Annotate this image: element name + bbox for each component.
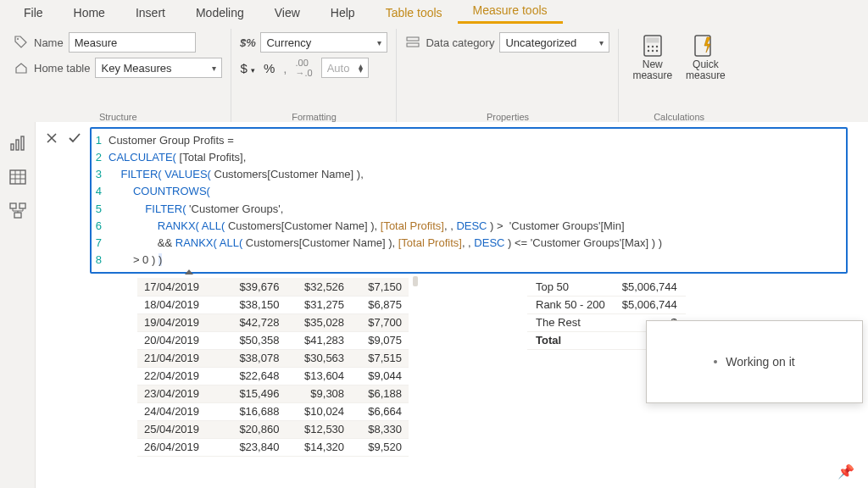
svg-rect-22 <box>14 213 21 218</box>
home-table-select[interactable]: Key Measures ▾ <box>95 58 222 78</box>
quick-measure-button[interactable]: Quick measure <box>681 32 731 110</box>
menu-tab-insert[interactable]: Insert <box>120 2 181 24</box>
svg-point-6 <box>652 46 654 47</box>
svg-point-7 <box>656 46 658 47</box>
table-row[interactable]: Rank 50 - 200$5,006,744 <box>527 296 686 313</box>
new-measure-label: New measure <box>632 59 672 81</box>
percent-button[interactable]: % <box>264 61 275 75</box>
decimal-places-input[interactable]: Auto ▴▾ <box>321 58 369 78</box>
report-view-icon[interactable] <box>8 134 27 152</box>
table-row[interactable]: Top 50$5,006,744 <box>527 278 686 296</box>
data-category-select[interactable]: Uncategorized ▾ <box>499 32 609 53</box>
quick-measure-label: Quick measure <box>686 59 726 81</box>
table-row[interactable]: 22/04/2019$22,648$13,604$9,044 <box>137 367 409 385</box>
format-value: Currency <box>266 36 311 49</box>
svg-rect-4 <box>647 38 659 42</box>
left-table-visual[interactable]: 17/04/2019$39,676$32,526$7,15018/04/2019… <box>137 278 409 488</box>
menu-tab-file[interactable]: File <box>8 2 58 24</box>
menu-tab-home[interactable]: Home <box>58 2 120 24</box>
formula-editor[interactable]: 1Customer Group Profits =2CALCULATE( [To… <box>90 127 848 274</box>
main-menu: FileHomeInsertModelingViewHelpTable tool… <box>0 0 868 24</box>
chevron-down-icon: ▾ <box>377 38 381 47</box>
table-row[interactable]: 23/04/2019$15,496$9,308$6,188 <box>137 385 409 402</box>
decimal-decrease-button[interactable]: .00→.0 <box>296 58 313 78</box>
menu-tab-modeling[interactable]: Modeling <box>181 2 259 24</box>
svg-rect-14 <box>21 136 24 150</box>
expand-up-icon[interactable] <box>185 269 193 274</box>
svg-rect-20 <box>10 203 16 208</box>
svg-point-0 <box>17 38 19 40</box>
category-icon <box>405 35 420 50</box>
working-text: Working on it <box>726 355 794 369</box>
table-row[interactable]: 21/04/2019$38,078$30,563$7,515 <box>137 349 409 367</box>
canvas: 1Customer Group Profits =2CALCULATE( [To… <box>36 122 868 488</box>
new-measure-button[interactable]: New measure <box>627 32 677 110</box>
spinner-icon <box>714 360 717 363</box>
data-category-label: Data category <box>426 36 494 49</box>
currency-button[interactable]: $ ▾ <box>240 61 255 75</box>
table-row[interactable]: 18/04/2019$38,150$31,275$6,875 <box>137 296 409 313</box>
svg-rect-15 <box>10 170 25 184</box>
menu-tab-measure-tools[interactable]: Measure tools <box>458 0 563 24</box>
format-select[interactable]: Currency ▾ <box>260 32 387 53</box>
left-table: 17/04/2019$39,676$32,526$7,15018/04/2019… <box>137 278 409 457</box>
table-row[interactable]: 19/04/2019$42,728$35,028$7,700 <box>137 313 409 331</box>
svg-point-10 <box>656 50 658 52</box>
menu-tab-view[interactable]: View <box>259 2 315 24</box>
data-category-value: Uncategorized <box>505 36 576 49</box>
working-popup: Working on it <box>646 320 863 403</box>
svg-rect-1 <box>407 37 419 41</box>
menu-tab-help[interactable]: Help <box>315 2 370 24</box>
table-row[interactable]: 26/04/2019$23,840$14,320$9,520 <box>137 438 409 456</box>
calculator-lightning-icon <box>692 32 719 59</box>
measure-name-value: Measure <box>75 36 118 49</box>
cancel-formula-button[interactable] <box>46 132 59 146</box>
ribbon-group-structure: Name Measure Home table Key Measures ▾ S… <box>5 29 231 124</box>
svg-point-9 <box>652 50 654 52</box>
commit-formula-button[interactable] <box>68 132 81 146</box>
home-table-label: Home table <box>34 62 90 75</box>
menu-tab-table-tools[interactable]: Table tools <box>370 2 458 24</box>
table-row[interactable]: 25/04/2019$20,860$12,530$8,330 <box>137 420 409 438</box>
help-pin-icon[interactable]: 📌 <box>837 463 854 480</box>
measure-name-input[interactable]: Measure <box>69 32 196 53</box>
ribbon: Name Measure Home table Key Measures ▾ S… <box>0 24 868 122</box>
visual-gap <box>409 278 527 488</box>
data-view-icon[interactable] <box>8 168 27 186</box>
svg-rect-21 <box>19 203 25 208</box>
tag-icon <box>14 35 29 50</box>
home-icon <box>14 60 29 75</box>
chevron-down-icon: ▾ <box>599 38 604 47</box>
calculator-icon <box>639 32 666 59</box>
stepper-icon: ▴▾ <box>359 64 363 72</box>
svg-rect-12 <box>11 144 14 150</box>
ribbon-group-formatting: $% Currency ▾ $ ▾ % , .00→.0 Auto ▴▾ For… <box>231 29 397 124</box>
name-label: Name <box>34 36 64 49</box>
ribbon-group-calculations: New measure Quick measure Calculations <box>619 29 738 124</box>
format-icon: $% <box>240 35 255 50</box>
svg-point-5 <box>648 46 649 47</box>
formula-bar: 1Customer Group Profits =2CALCULATE( [To… <box>46 127 848 274</box>
svg-rect-2 <box>407 43 419 47</box>
workspace: 1Customer Group Profits =2CALCULATE( [To… <box>0 122 868 488</box>
chevron-down-icon: ▾ <box>212 64 216 73</box>
table-row[interactable]: 24/04/2019$16,688$10,024$6,664 <box>137 402 409 420</box>
view-rail <box>0 122 36 488</box>
home-table-value: Key Measures <box>101 62 171 75</box>
decimal-places-value: Auto <box>327 62 350 75</box>
table-row[interactable]: 17/04/2019$39,676$32,526$7,150 <box>137 278 409 296</box>
svg-point-8 <box>648 50 649 52</box>
table-row[interactable]: 20/04/2019$50,358$41,283$9,075 <box>137 331 409 349</box>
svg-rect-13 <box>16 140 19 150</box>
model-view-icon[interactable] <box>8 202 27 220</box>
thousands-button[interactable]: , <box>283 61 287 75</box>
ribbon-group-properties: Data category Uncategorized ▾ Properties <box>397 29 619 124</box>
